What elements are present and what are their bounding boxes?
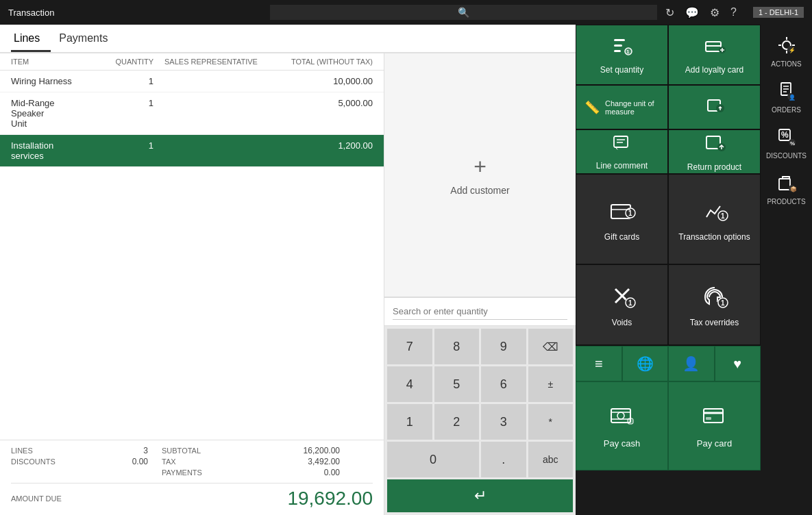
tile-add-loyalty-label: Add loyalty card (685, 65, 743, 75)
refresh-icon[interactable]: ↻ (665, 6, 674, 19)
svg-text:1: 1 (721, 299, 725, 307)
summary-grid: LINES 3 SUBTOTAL 16,200.00 DISCOUNTS 0.0… (11, 446, 373, 477)
tile-return-product-label: Return product (687, 162, 741, 172)
tile-change-unit[interactable]: 📏 Change unit of measure (576, 85, 668, 129)
key-asterisk[interactable]: * (528, 404, 574, 440)
add-customer-label: Add customer (450, 185, 509, 196)
key-abc[interactable]: abc (528, 442, 574, 477)
sidebar-item-orders[interactable]: 👤 ORDERS (761, 76, 812, 119)
sidebar-item-products[interactable]: 📦 PRODUCTS (761, 168, 812, 211)
tile-pay-card[interactable]: Pay card (668, 381, 761, 470)
tile-set-quantity[interactable]: 1 Set quantity (576, 25, 668, 85)
row-total: 5,000.00 (277, 98, 373, 129)
row-total: 1,200.00 (277, 140, 373, 161)
tile-transaction-options-label: Transaction options (678, 232, 750, 242)
key-2[interactable]: 2 (434, 404, 480, 440)
subtotal-value: 16,200.00 (271, 446, 340, 455)
tile-gift-cards[interactable]: 1 Gift cards (576, 174, 668, 264)
key-0[interactable]: 0 (387, 442, 479, 477)
svg-text:%: % (790, 140, 795, 147)
col-item: ITEM (11, 58, 85, 66)
orders-icon: 👤 (777, 81, 796, 104)
tax-label: TAX (148, 457, 271, 466)
row-salesrep (153, 76, 277, 86)
row-total: 10,000.00 (277, 76, 373, 86)
tile-gift-cards-label: Gift cards (604, 232, 639, 242)
key-4[interactable]: 4 (387, 366, 432, 402)
key-plusminus[interactable]: ± (528, 366, 574, 402)
row-quantity: 1 (85, 98, 153, 129)
tabs: Lines Payments (0, 25, 576, 53)
tile-transaction-options[interactable]: 1 Transaction options (668, 174, 761, 264)
tile-return-product[interactable]: Return product (668, 129, 761, 174)
keypad: 7 8 9 ⌫ 4 5 6 ± 1 2 3 * 0 . abc ↵ (384, 326, 576, 515)
sidebar-item-discounts[interactable]: % % DISCOUNTS (761, 122, 812, 165)
return-product-icon (704, 132, 726, 158)
key-3[interactable]: 3 (481, 404, 526, 440)
svg-text:⚡: ⚡ (789, 47, 796, 53)
mini-tile-3[interactable]: ♥ (715, 346, 761, 381)
top-bar-icons: ↻ 💬 ⚙ ? 1 - DELHI-1 (665, 6, 804, 19)
key-decimal[interactable]: . (481, 442, 526, 477)
pay-cash-icon (610, 403, 635, 433)
tile-return-product-top[interactable] (668, 85, 761, 129)
right-section: + Add customer 7 8 9 ⌫ 4 5 6 ± (384, 53, 576, 515)
transaction-options-icon: 1 (701, 197, 728, 228)
search-input[interactable] (393, 303, 567, 320)
tile-line-comment[interactable]: Line comment (576, 129, 668, 174)
chat-icon[interactable]: 💬 (685, 6, 699, 19)
svg-point-36 (617, 412, 624, 419)
tab-lines[interactable]: Lines (11, 27, 51, 52)
key-enter[interactable]: ↵ (387, 479, 573, 512)
return-product-top-icon (704, 95, 726, 121)
amount-due-value: 19,692.00 (287, 488, 373, 510)
table-row[interactable]: Wiring Harness 1 10,000.00 (0, 71, 384, 92)
add-customer-area[interactable]: + Add customer (384, 53, 576, 297)
key-9[interactable]: 9 (481, 329, 526, 364)
gift-cards-icon: 1 (608, 197, 636, 228)
pay-tiles: Pay cash Pay card (576, 381, 761, 470)
tax-overrides-icon: 1 (701, 282, 728, 314)
svg-text:📦: 📦 (790, 186, 796, 192)
key-backspace[interactable]: ⌫ (528, 329, 574, 364)
search-box[interactable]: 🔍 (270, 5, 657, 20)
mini-tile-1[interactable]: 🌐 (622, 346, 669, 381)
main-layout: Lines Payments ITEM QUANTITY SALES REPRE… (0, 25, 812, 515)
settings-icon[interactable]: ⚙ (710, 6, 719, 19)
svg-text:1: 1 (628, 299, 632, 307)
row-salesrep (153, 140, 277, 161)
products-label: PRODUCTS (767, 198, 805, 205)
bottom-mini-tiles: ≡ 🌐 👤 ♥ (576, 345, 761, 381)
search-icon: 🔍 (458, 7, 469, 18)
tile-voids[interactable]: 1 Voids (576, 264, 668, 345)
sidebar-item-actions[interactable]: ⚡ ACTIONS (761, 30, 812, 73)
key-5[interactable]: 5 (434, 366, 480, 402)
qty-search-area (384, 297, 576, 326)
svg-text:👤: 👤 (789, 94, 796, 101)
tile-tax-overrides[interactable]: 1 Tax overrides (668, 264, 761, 345)
col-salesrep: SALES REPRESENTATIVE (153, 58, 277, 66)
svg-rect-39 (628, 418, 633, 424)
help-icon[interactable]: ? (730, 6, 737, 18)
discounts-label: DISCOUNTS (11, 457, 93, 466)
user-label: 1 - DELHI-1 (753, 7, 804, 18)
tile-pay-cash[interactable]: Pay cash (576, 381, 668, 470)
key-8[interactable]: 8 (434, 329, 480, 364)
tab-payments[interactable]: Payments (56, 27, 119, 52)
right-panel: 1 Set quantity (576, 25, 812, 515)
tiles-row2: 📏 Change unit of measure (576, 85, 761, 129)
tile-add-loyalty[interactable]: Add loyalty card (668, 25, 761, 85)
table-row[interactable]: Installation services 1 1,200.00 (0, 135, 384, 167)
transaction-table: ITEM QUANTITY SALES REPRESENTATIVE TOTAL… (0, 53, 384, 440)
key-1[interactable]: 1 (387, 404, 432, 440)
table-row[interactable]: Mid-Range SpeakerUnit 1 5,000.00 (0, 92, 384, 135)
table-header: ITEM QUANTITY SALES REPRESENTATIVE TOTAL… (0, 53, 384, 71)
row-item-name: Mid-Range SpeakerUnit (11, 98, 85, 129)
svg-rect-2 (614, 50, 621, 52)
key-6[interactable]: 6 (481, 366, 526, 402)
actions-label: ACTIONS (771, 60, 801, 68)
pay-cash-label: Pay cash (604, 438, 640, 449)
mini-tile-0[interactable]: ≡ (576, 346, 622, 381)
mini-tile-2[interactable]: 👤 (668, 346, 715, 381)
key-7[interactable]: 7 (387, 329, 432, 364)
